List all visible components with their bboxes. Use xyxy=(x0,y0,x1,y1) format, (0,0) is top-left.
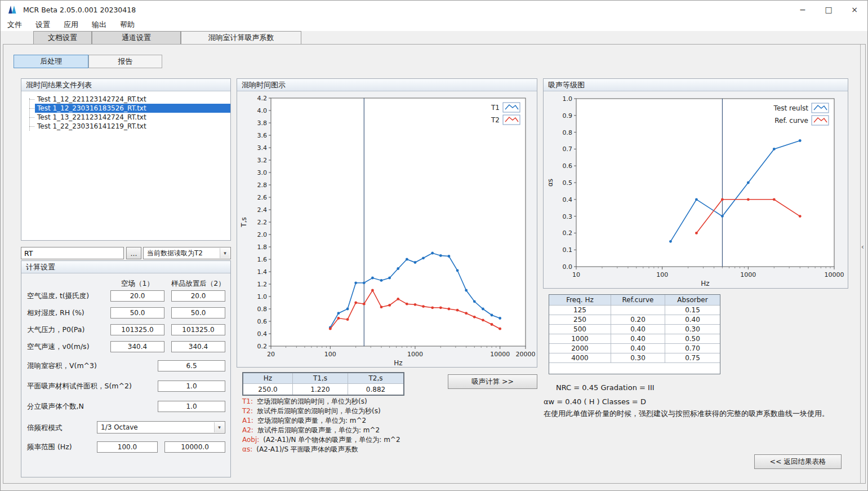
svg-text:10: 10 xyxy=(572,271,580,278)
absorption-rating-panel-title: 吸声等级图 xyxy=(544,79,848,91)
svg-text:0.6: 0.6 xyxy=(563,162,573,170)
svg-text:0.1: 0.1 xyxy=(563,246,573,254)
table-cell: 0.40 xyxy=(611,344,665,353)
note-text: (A2-A1)/N 单个物体的吸声量，单位为: m^2 xyxy=(263,436,400,444)
svg-text:10000: 10000 xyxy=(490,351,510,358)
table-cell: 0.30 xyxy=(665,325,720,334)
subtab-report[interactable]: 报告 xyxy=(88,55,162,68)
reverb-time-panel-title: 混响时间图示 xyxy=(237,79,537,91)
pressure-field-2[interactable] xyxy=(171,324,225,335)
collapse-arrow-icon[interactable]: ‹ xyxy=(861,243,864,251)
table-cell: 0.882 xyxy=(348,384,403,395)
table-header: Hz xyxy=(243,373,293,384)
svg-text:0.9: 0.9 xyxy=(563,112,573,120)
aw-result-text: αw = 0.40 ( H ) Classes = D xyxy=(544,397,646,406)
subtab-postprocess[interactable]: 后处理 xyxy=(14,55,88,68)
table-cell: 0.40 xyxy=(611,334,665,344)
main-tabstrip: 文档设置 通道设置 混响室计算吸声系数 xyxy=(1,31,867,44)
table-cell: 250 xyxy=(549,315,611,325)
window-title: MCR Beta 2.05.0.001 20230418 xyxy=(23,6,136,14)
svg-text:4.0: 4.0 xyxy=(257,107,268,114)
minimize-button[interactable]: − xyxy=(790,1,816,19)
note-key: Aobj: xyxy=(242,436,259,444)
sound-speed-field-2[interactable] xyxy=(171,341,225,352)
result-file-panel-title: 混时间结果文件列表 xyxy=(21,79,230,91)
air-temp-field-2[interactable] xyxy=(171,290,225,302)
menu-output[interactable]: 输出 xyxy=(85,19,113,31)
legend-notes: T1:空场混响室的混响时间，单位为秒(s) T2:放试件后混响室的混响时间，单位… xyxy=(242,397,546,459)
menu-settings[interactable]: 设置 xyxy=(29,19,57,31)
note-key: A2: xyxy=(242,426,253,434)
table-cell: 0.70 xyxy=(665,344,720,353)
svg-text:T2: T2 xyxy=(491,116,500,124)
svg-text:100: 100 xyxy=(324,351,336,358)
sound-speed-field-1[interactable] xyxy=(110,341,164,352)
svg-text:3.2: 3.2 xyxy=(257,157,268,164)
chevron-down-icon: ▾ xyxy=(220,248,230,258)
tab-document-settings[interactable]: 文档设置 xyxy=(33,31,92,44)
table-cell: 0.50 xyxy=(665,334,720,344)
svg-text:2.2: 2.2 xyxy=(257,219,268,226)
svg-text:0.2: 0.2 xyxy=(257,343,268,350)
absorption-rating-panel: 吸声等级图 0.00.10.20.30.40.50.60.70.80.91.01… xyxy=(543,78,848,289)
svg-text:20000: 20000 xyxy=(516,351,536,358)
browse-button[interactable]: ... xyxy=(126,247,141,259)
humidity-label: 相对湿度, RH (%) xyxy=(27,307,84,319)
tab-reverb-absorption[interactable]: 混响室计算吸声系数 xyxy=(181,31,301,44)
absorber-count-label: 分立吸声体个数,N xyxy=(27,401,84,412)
rt-name-input[interactable] xyxy=(21,247,124,259)
humidity-field-1[interactable] xyxy=(110,307,164,319)
sound-speed-label: 空气声速，v0(m/s) xyxy=(27,341,90,352)
table-cell: 1.220 xyxy=(293,384,348,395)
list-item[interactable]: Test 1_12_221123142724_RT.txt xyxy=(35,95,230,104)
result-file-list[interactable]: Test 1_12_221123142724_RT.txt Test 1_12_… xyxy=(21,91,230,240)
air-temp-field-1[interactable] xyxy=(110,290,164,302)
svg-text:1.0: 1.0 xyxy=(257,293,268,300)
absorption-rating-chart[interactable]: 0.00.10.20.30.40.50.60.70.80.91.01010010… xyxy=(545,91,848,290)
side-splitter[interactable]: ‹ xyxy=(860,45,866,483)
svg-text:1.8: 1.8 xyxy=(257,244,268,251)
menu-help[interactable]: 帮助 xyxy=(113,19,141,31)
absorber-count-field[interactable] xyxy=(158,401,225,412)
svg-text:3.8: 3.8 xyxy=(257,120,268,127)
svg-text:0.6: 0.6 xyxy=(257,318,268,325)
svg-text:0.7: 0.7 xyxy=(563,145,573,153)
svg-text:0.8: 0.8 xyxy=(563,129,573,136)
list-item[interactable]: Test 1_13_221123142724_RT.txt xyxy=(35,113,230,122)
list-item[interactable]: Test 1_22_230316141219_RT.txt xyxy=(35,122,230,131)
freq-max-field[interactable] xyxy=(164,441,225,453)
menu-file[interactable]: 文件 xyxy=(1,19,29,31)
humidity-field-2[interactable] xyxy=(171,307,225,319)
absorption-calc-button[interactable]: 吸声计算 >> xyxy=(448,374,537,389)
octave-mode-select[interactable]: 1/3 Octave ▾ xyxy=(97,421,225,434)
tab-channel-settings[interactable]: 通道设置 xyxy=(92,31,181,44)
freq-min-field[interactable] xyxy=(97,441,158,453)
svg-text:0.4: 0.4 xyxy=(563,196,573,204)
data-read-as-value: 当前数据读取为T2 xyxy=(147,249,203,258)
pressure-field-1[interactable] xyxy=(110,324,164,335)
maximize-button[interactable]: □ xyxy=(816,1,842,19)
room-volume-field[interactable] xyxy=(158,360,225,371)
result-file-panel: 混时间结果文件列表 Test 1_12_221123142724_RT.txt … xyxy=(21,78,231,241)
table-header: T1,s xyxy=(293,373,348,384)
column-header-with-sample: 样品放置后（2） xyxy=(161,279,235,289)
octave-mode-value: 1/3 Octave xyxy=(101,423,138,431)
table-cell: 125 xyxy=(549,306,611,315)
close-button[interactable]: × xyxy=(842,1,867,19)
absorber-table: Freq. Hz Ref.curve Absorber 125 0.15 250… xyxy=(549,294,720,374)
title-bar: MCR Beta 2.05.0.001 20230418 − □ × xyxy=(1,1,867,19)
svg-text:100: 100 xyxy=(656,271,668,278)
sample-area-field[interactable] xyxy=(158,381,225,392)
list-item-selected[interactable]: Test 1_12_230316183526_RT.txt xyxy=(35,104,230,113)
table-cell: 2000 xyxy=(549,344,611,353)
table-cell: 0.40 xyxy=(611,325,665,334)
reverberation-time-chart[interactable]: 0.20.40.60.81.01.21.41.61.82.02.22.42.62… xyxy=(238,91,537,369)
table-cell: 1000 xyxy=(549,334,611,344)
table-header: Ref.curve xyxy=(611,295,665,306)
data-read-as-select[interactable]: 当前数据读取为T2 ▾ xyxy=(143,247,231,259)
svg-text:Ref. curve: Ref. curve xyxy=(774,117,808,125)
cursor-value-table: Hz T1,s T2,s 250.0 1.220 0.882 xyxy=(242,372,404,396)
back-to-results-button[interactable]: << 返回结果表格 xyxy=(754,454,842,469)
svg-text:4.2: 4.2 xyxy=(257,95,268,102)
menu-apply[interactable]: 应用 xyxy=(57,19,85,31)
